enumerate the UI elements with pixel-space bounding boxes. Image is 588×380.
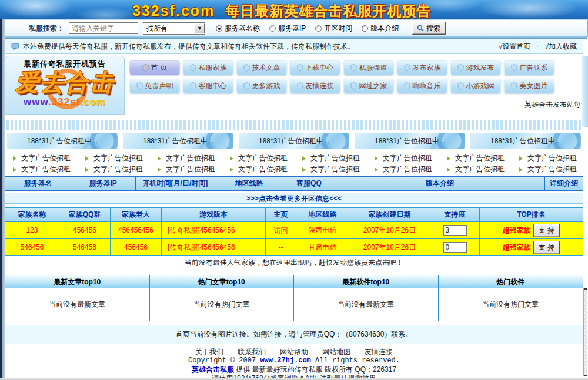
text-ad-link[interactable]: 文字广告位招租 [5, 153, 77, 163]
banner-ad-3[interactable]: 188*31广告位招租中... [355, 133, 465, 149]
brand-rest: 提供 最新最好玩的传奇私服 版权所有 QQ：226317 [234, 365, 396, 374]
search-category-select[interactable]: 找所有 ▼ [143, 22, 205, 35]
text-ads-row-0: 文字广告位招租文字广告位招租文字广告位招租文字广告位招租文字广告位招租文字广告位… [5, 153, 583, 164]
text-ad-label: 文字广告位招租 [238, 153, 288, 163]
nav-button-0[interactable]: 首 页 [129, 60, 180, 75]
support-count-input[interactable] [443, 225, 467, 236]
text-ad-link[interactable]: 文字广告位招租 [5, 164, 77, 174]
text-ad-link[interactable]: 文字广告位招租 [77, 153, 149, 163]
footer-links: 关于我们—联系我们—网站帮助—网站地图—友情连接 [0, 348, 588, 356]
family-col-header-8: TOP排名 [480, 208, 583, 221]
family-cell-name: 123 [5, 221, 59, 238]
more-open-info-bar[interactable]: >>>点击查看更多开区信息<<< [5, 193, 583, 204]
family-cell-version: [传奇私服]456456456 [162, 221, 266, 238]
radio-icon[interactable] [216, 25, 222, 32]
nav-button-13[interactable]: 嗨嗨音乐 [397, 79, 447, 93]
marquee-text: 英雄合击发布站每天 [524, 100, 583, 110]
nav-button-3[interactable]: 下载中心 [290, 60, 340, 75]
text-ad-link[interactable]: 文字广告位招租 [366, 153, 439, 163]
radio-option-0[interactable]: 服务器名称 [216, 23, 260, 33]
banner-ad-4[interactable]: 188*31广告位招租中... [470, 133, 581, 149]
family-col-header-4: 主页 [266, 208, 296, 221]
support-count-input[interactable] [443, 242, 467, 253]
radio-option-3[interactable]: 版本介绍 [362, 23, 399, 33]
add-favorite-link[interactable]: √加入收藏 [544, 42, 577, 52]
radio-option-1[interactable]: 服务器IP [269, 23, 306, 33]
nav-button-10[interactable]: 更多游戏 [236, 79, 287, 93]
text-ad-link[interactable]: 文字广告位招租 [366, 164, 439, 174]
family-cell-created: 2007年10月26日 [349, 221, 430, 238]
nav-button-6[interactable]: 游戏发布 [450, 60, 501, 75]
footer-link-0[interactable]: 关于我们 [195, 348, 223, 356]
footer-link-3[interactable]: 网站地图 [322, 348, 350, 356]
support-button[interactable]: 支 持 [533, 224, 560, 237]
chevron-down-icon[interactable]: ▼ [195, 23, 205, 33]
nav-button-15[interactable]: 美女图片 [504, 79, 554, 93]
right-side-strip [582, 56, 588, 127]
radio-icon[interactable] [269, 25, 276, 32]
text-ad-link[interactable]: 文字广告位招租 [222, 153, 294, 163]
shield-icon [190, 64, 196, 72]
nav-button-label: 广告联系 [520, 63, 548, 73]
nav-button-12[interactable]: 网址之家 [343, 79, 394, 93]
text-ad-link[interactable]: 文字广告位招租 [511, 153, 583, 163]
nav-button-8[interactable]: 免责声明 [129, 79, 180, 93]
vertical-scrollbar[interactable] [583, 288, 587, 376]
family-col-header-7: 支持度 [430, 208, 480, 221]
text-ad-label: 文字广告位招租 [21, 153, 71, 163]
radio-icon[interactable] [362, 25, 368, 32]
radio-option-2[interactable]: 开区时间 [315, 23, 352, 33]
support-button[interactable]: 支 持 [533, 241, 560, 254]
banner-ad-0[interactable]: 188*31广告位招租中... [7, 133, 118, 149]
bottom-list-header: 热门软件 [439, 275, 583, 288]
nav-button-7[interactable]: 广告联系 [504, 60, 554, 75]
text-ad-link[interactable]: 文字广告位招租 [294, 164, 366, 174]
text-ad-link[interactable]: 文字广告位招租 [511, 164, 583, 174]
family-table-header: 家族名称家族QQ群家族老大游戏版本主页地区线路家族创建日期支持度TOP排名 [5, 208, 583, 221]
shield-icon [511, 82, 517, 90]
nav-button-4[interactable]: 私服强盗 [343, 60, 394, 75]
banner-title: 每日最新英雄合击私服开机预告 [225, 3, 431, 19]
nav-button-label: 美女图片 [520, 81, 548, 91]
green-triangle-icon [158, 167, 161, 172]
text-ad-link[interactable]: 文字广告位招租 [149, 153, 222, 163]
search-radio-group: 服务器名称服务器IP开区时间版本介绍 [216, 23, 399, 33]
footer-link-2[interactable]: 网站帮助 [280, 348, 308, 356]
top-rank-label: 超强家族 [503, 226, 531, 236]
copyright-site-link[interactable]: www.27hj.com [260, 357, 310, 365]
nav-button-label: 私服家族 [199, 63, 227, 73]
text-ad-link[interactable]: 文字广告位招租 [439, 153, 511, 163]
nav-button-1[interactable]: 私服家族 [183, 60, 233, 75]
text-ad-link[interactable]: 文字广告位招租 [77, 164, 149, 174]
server-col-header-4: 客服QQ [283, 177, 335, 190]
banner-ad-2[interactable]: 188*31广告位招租中... [239, 133, 349, 149]
text-ad-link[interactable]: 文字广告位招租 [149, 164, 222, 174]
text-ad-link[interactable]: 文字广告位招租 [294, 153, 366, 163]
logo-panel[interactable]: 最新传奇私服开机预告 爱去合击 www.332sf.com [5, 56, 125, 115]
set-homepage-link[interactable]: √设置首页 [499, 42, 531, 52]
text-ad-link[interactable]: 文字广告位招租 [222, 164, 294, 174]
nav-button-11[interactable]: 友情连接 [290, 79, 340, 93]
bottom-list-header: 最新文章top10 [5, 275, 149, 288]
family-cell-qq_group: 546456 [59, 238, 111, 255]
nav-button-14[interactable]: 小游戏网 [450, 79, 501, 93]
nav-button-label: 游戏发布 [466, 63, 495, 73]
radio-icon[interactable] [315, 25, 322, 32]
family-cell-home[interactable]: 访问 [266, 221, 296, 238]
banner-ad-1[interactable]: 188*31广告位招租中... [123, 133, 233, 149]
shield-icon [350, 64, 357, 72]
nav-button-5[interactable]: 发布家族 [397, 60, 447, 75]
footer-link-1[interactable]: 联系我们 [238, 348, 266, 356]
green-triangle-icon [447, 167, 450, 172]
shield-icon [297, 82, 303, 90]
nav-button-9[interactable]: 客服中心 [183, 79, 233, 93]
search-input[interactable] [69, 22, 138, 34]
radio-label: 服务器IP [278, 23, 306, 33]
footer-link-4[interactable]: 友情连接 [365, 348, 393, 356]
nav-button-2[interactable]: 技术文章 [236, 60, 287, 75]
text-ad-link[interactable]: 文字广告位招租 [439, 164, 511, 174]
brand-link[interactable]: 英雄合击私服 [192, 365, 234, 374]
bottom-list-0: 最新文章top10当前没有最新文章 [5, 275, 150, 321]
family-empty-note: 当前没有最佳人气家族，想在这里出现吗，赶快发动您族员来点击吧！ [5, 255, 583, 270]
search-button[interactable]: 搜索 [412, 22, 446, 35]
